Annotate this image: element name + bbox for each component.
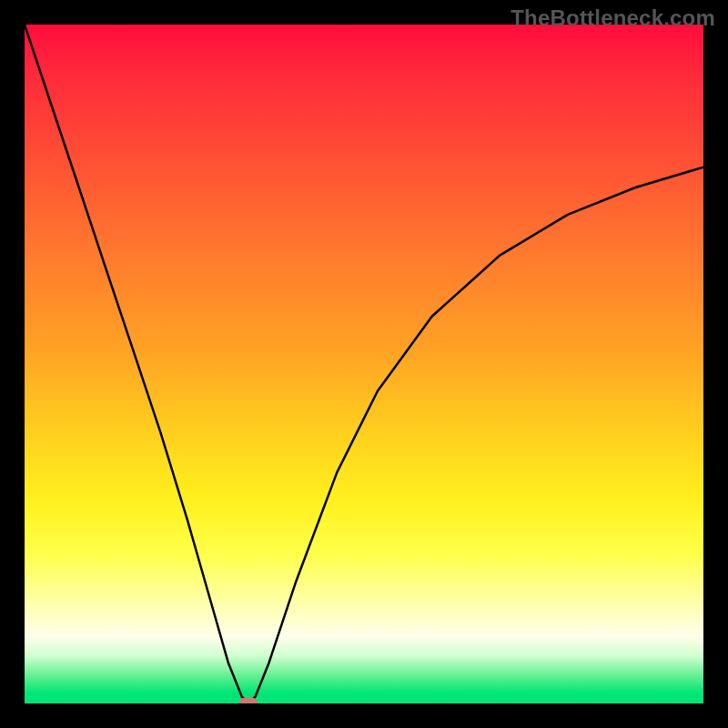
watermark-label: TheBottleneck.com [511,5,715,31]
optimal-point-marker [239,698,258,704]
chart-frame: TheBottleneck.com [0,0,728,728]
bottleneck-curve [25,25,703,703]
plot-area [25,25,703,703]
curve-layer [25,25,703,703]
